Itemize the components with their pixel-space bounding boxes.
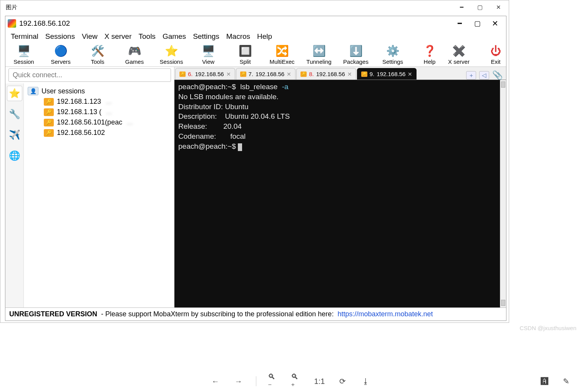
quick-connect-input[interactable] bbox=[8, 68, 171, 82]
edit-button[interactable]: ✎ bbox=[560, 375, 572, 387]
split-icon: 🔲 bbox=[238, 44, 252, 58]
key-icon: 🔑 bbox=[300, 71, 307, 77]
toolbar-settings-button[interactable]: ⚙️Settings bbox=[378, 44, 407, 65]
terminal-scrollbar[interactable] bbox=[500, 80, 506, 307]
tab-close-icon[interactable]: ✕ bbox=[226, 71, 231, 77]
zoom-in-button[interactable]: 🔍︎⁺ bbox=[291, 375, 302, 387]
scrollbar-down-icon[interactable] bbox=[501, 300, 505, 306]
key-icon: 🔑 bbox=[44, 119, 54, 126]
xserver-icon: ✖️ bbox=[452, 44, 466, 58]
key-icon: 🔑 bbox=[179, 71, 186, 77]
menu-help[interactable]: Help bbox=[257, 32, 272, 41]
sidebar-tab-strip: ⭐🔧✈️🌐 bbox=[5, 83, 24, 307]
toolbar-sessions-button[interactable]: ⭐Sessions bbox=[157, 44, 186, 65]
session-tabstrip: 🔑6.192.168.56✕🔑7.192.168.56✕🔑8.192.168.5… bbox=[174, 67, 506, 80]
scrollbar-up-icon[interactable] bbox=[501, 81, 505, 88]
nav-back-button[interactable]: ← bbox=[210, 375, 221, 387]
sidebar-tab-3[interactable]: 🌐 bbox=[7, 148, 22, 163]
tab-close-icon[interactable]: ✕ bbox=[347, 71, 352, 77]
ocr-button[interactable]: 🅰 bbox=[539, 375, 550, 387]
key-icon: 🔑 bbox=[44, 98, 54, 106]
workspace: ⭐🔧✈️🌐 👤 User sessions 🔑192.168.1.123...🔑… bbox=[5, 67, 506, 307]
servers-icon: 🔵 bbox=[54, 44, 68, 58]
packages-icon: ⬇️ bbox=[349, 44, 363, 58]
watermark-text: CSDN @jxusthusiwen bbox=[520, 325, 576, 331]
toolbar-packages-button[interactable]: ⬇️Packages bbox=[341, 44, 370, 65]
terminal-cursor bbox=[238, 143, 242, 151]
toolbar: 🖥️Session🔵Servers🛠️Tools🎮Games⭐Sessions🖥… bbox=[5, 43, 506, 67]
session-item-1[interactable]: 🔑192.168.1.13 (... bbox=[26, 107, 172, 117]
session-icon: 🖥️ bbox=[17, 44, 31, 58]
key-icon: 🔑 bbox=[361, 71, 367, 77]
sidebar-tab-0[interactable]: ⭐ bbox=[7, 86, 22, 101]
toolbar-exit-button[interactable]: ⏻Exit bbox=[481, 44, 510, 65]
terminal-output[interactable]: peach@peach:~$ lsb_release -a No LSB mod… bbox=[174, 80, 500, 307]
zoom-out-button[interactable]: 🔍︎⁻ bbox=[268, 375, 279, 387]
session-item-3[interactable]: 🔑192.168.56.102 bbox=[26, 128, 172, 138]
menu-macros[interactable]: Macros bbox=[226, 32, 250, 41]
viewer-toolbar: ← → 🔍︎⁻ 🔍︎⁺ 1:1 ⟳ ⭳ 🅰 ✎ bbox=[0, 370, 581, 392]
session-tree: 👤 User sessions 🔑192.168.1.123...🔑192.16… bbox=[24, 83, 174, 307]
app-maximize-button[interactable]: ▢ bbox=[468, 18, 486, 29]
sidebar-tab-2[interactable]: ✈️ bbox=[7, 127, 22, 143]
toolbar-xserver-button[interactable]: ✖️X server bbox=[444, 44, 473, 65]
toolbar-servers-button[interactable]: 🔵Servers bbox=[46, 44, 75, 65]
key-icon: 🔑 bbox=[44, 108, 54, 116]
toolbar-session-button[interactable]: 🖥️Session bbox=[9, 44, 38, 65]
divider bbox=[256, 376, 256, 386]
session-item-0[interactable]: 🔑192.168.1.123... bbox=[26, 96, 172, 107]
session-item-2[interactable]: 🔑192.168.56.101(peac... bbox=[26, 117, 172, 128]
nav-forward-button[interactable]: → bbox=[233, 375, 244, 387]
toolbar-multiexec-button[interactable]: 🔀MultiExec bbox=[267, 44, 297, 65]
menu-tools[interactable]: Tools bbox=[139, 32, 156, 41]
new-tab-button[interactable]: ＋ bbox=[466, 71, 476, 80]
settings-icon: ⚙️ bbox=[386, 44, 400, 58]
image-viewer-window: 图片 ━ ▢ ✕ 192.168.56.102 ━ ▢ ✕ Terminal S… bbox=[0, 0, 509, 323]
key-icon: 🔑 bbox=[44, 129, 54, 137]
status-subscribe-link[interactable]: https://mobaxterm.mobatek.net bbox=[337, 310, 433, 318]
help-icon: ❓ bbox=[423, 44, 437, 58]
viewer-maximize-button[interactable]: ▢ bbox=[471, 2, 489, 13]
toolbar-view-button[interactable]: 🖥️View bbox=[194, 44, 223, 65]
toolbar-games-button[interactable]: 🎮Games bbox=[120, 44, 149, 65]
status-text: - Please support MobaXterm by subscribin… bbox=[101, 310, 334, 318]
app-minimize-button[interactable]: ━ bbox=[451, 18, 468, 29]
session-tab-9[interactable]: 🔑9.192.168.56✕ bbox=[357, 68, 417, 80]
status-unregistered-label: UNREGISTERED VERSION bbox=[9, 310, 97, 318]
toolbar-split-button[interactable]: 🔲Split bbox=[231, 44, 260, 65]
toolbar-tools-button[interactable]: 🛠️Tools bbox=[83, 44, 112, 65]
session-tab-7[interactable]: 🔑7.192.168.56✕ bbox=[236, 68, 296, 80]
app-close-button[interactable]: ✕ bbox=[486, 18, 504, 29]
view-icon: 🖥️ bbox=[201, 44, 215, 58]
session-tab-6[interactable]: 🔑6.192.168.56✕ bbox=[175, 68, 235, 80]
actual-size-button[interactable]: 1:1 bbox=[314, 375, 325, 387]
exit-icon: ⏻ bbox=[489, 44, 503, 58]
tree-root-label: User sessions bbox=[42, 87, 85, 95]
toolbar-tunneling-button[interactable]: ↔️Tunneling bbox=[304, 44, 334, 65]
app-title: 192.168.56.102 bbox=[19, 19, 70, 28]
tools-icon: 🛠️ bbox=[91, 44, 105, 58]
viewer-minimize-button[interactable]: ━ bbox=[453, 2, 470, 13]
sidebar: ⭐🔧✈️🌐 👤 User sessions 🔑192.168.1.123...🔑… bbox=[5, 67, 174, 307]
rotate-button[interactable]: ⟳ bbox=[337, 375, 349, 387]
menu-terminal[interactable]: Terminal bbox=[11, 32, 38, 41]
viewer-titlebar: 图片 ━ ▢ ✕ bbox=[0, 0, 509, 14]
menu-games[interactable]: Games bbox=[163, 32, 186, 41]
download-button[interactable]: ⭳ bbox=[360, 375, 372, 387]
toolbar-help-button[interactable]: ❓Help bbox=[415, 44, 444, 65]
session-area: 🔑6.192.168.56✕🔑7.192.168.56✕🔑8.192.168.5… bbox=[174, 67, 506, 307]
tab-close-icon[interactable]: ✕ bbox=[287, 71, 291, 77]
tree-root-user-sessions[interactable]: 👤 User sessions bbox=[26, 86, 172, 96]
attach-icon[interactable]: 📎 bbox=[492, 71, 502, 80]
tunneling-icon: ↔️ bbox=[312, 44, 326, 58]
menu-view[interactable]: View bbox=[82, 32, 98, 41]
tab-close-icon[interactable]: ✕ bbox=[408, 71, 412, 77]
session-tab-8[interactable]: 🔑8.192.168.56✕ bbox=[296, 68, 356, 80]
sidebar-tab-1[interactable]: 🔧 bbox=[7, 106, 22, 122]
menu-sessions[interactable]: Sessions bbox=[45, 32, 75, 41]
user-folder-icon: 👤 bbox=[28, 87, 38, 95]
tab-nav-back-button[interactable]: ◁ bbox=[479, 71, 489, 80]
viewer-close-button[interactable]: ✕ bbox=[490, 2, 507, 13]
menu-settings[interactable]: Settings bbox=[193, 32, 219, 41]
menu-xserver[interactable]: X server bbox=[105, 32, 132, 41]
